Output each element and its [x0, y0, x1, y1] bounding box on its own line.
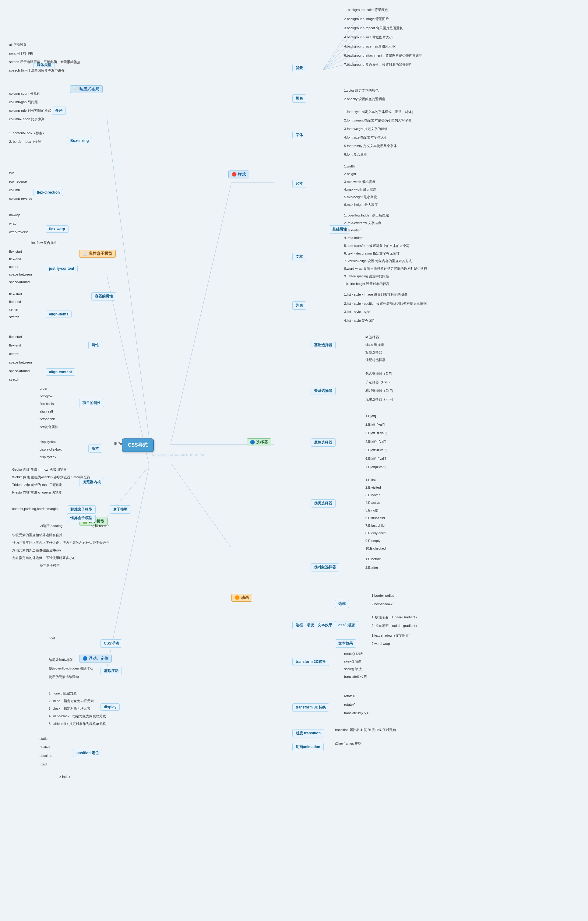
mc-2: column-gap 列间距: [9, 100, 38, 104]
background-label: 背景: [296, 66, 303, 70]
versions-node: 版本: [88, 444, 102, 453]
clear-3: 使用伪元素清除浮动: [49, 675, 79, 679]
disp-1: 1. none：隐藏对象: [49, 691, 77, 696]
text-item-4: 4. text-indent: [344, 236, 363, 239]
relation-selector-node: 关系选择器: [311, 387, 336, 395]
ai-1: flex-start: [9, 292, 22, 296]
svg-line-5: [171, 463, 231, 548]
text-item-3: 3. text-align: [344, 228, 362, 232]
item-props-node: 项目的属性: [79, 399, 104, 407]
flex-warp-label: flex-warp: [49, 227, 65, 231]
pseudo-1: 1.E:link: [365, 478, 376, 482]
svg-line-7: [107, 116, 149, 438]
background-node: 背景: [292, 64, 306, 72]
transition-desc: transition 属性名 时间 速度曲线 何时开始: [335, 728, 396, 732]
t3d-3: translate3d(x,y,z): [344, 711, 370, 715]
border-label2: 边框: [338, 602, 345, 606]
float-branch: 🔵 浮动、定位: [79, 654, 112, 662]
mc-1: column-count 分几列: [9, 91, 40, 96]
pos-4: fixed: [39, 762, 47, 766]
size-item-2: 2.height: [344, 172, 356, 176]
bg-item-3: 3.background-repeat 背景图片是否重复: [344, 26, 403, 31]
property-node: 属性: [88, 341, 102, 349]
disp-2: 2. inline：指定对象为内联元素: [49, 699, 94, 703]
rel-sel-label: 关系选择器: [314, 389, 332, 393]
transition-label: 过度 transition: [296, 731, 321, 735]
flex-warp-node: flex-warp: [46, 225, 68, 233]
basic-selector-node: 基础选择器: [311, 341, 336, 349]
pseudo-sel-label: 伪类选择器: [314, 501, 332, 505]
mc-3: column-rule 列分割线的样式: [9, 108, 51, 113]
browser-2: Webkit 内核 前缀为-webkit- 谷歌浏览器 Safari浏览器: [12, 475, 90, 480]
css3-gradient-node: css3 渐变: [335, 621, 358, 629]
anim-desc: @keyframes 规则: [335, 741, 362, 746]
basic-sel-4: 通配符选择器: [365, 358, 386, 362]
attr-sel-4: 4.E[att^="val"]: [365, 439, 386, 443]
ip-6: flex复合属性: [39, 425, 58, 429]
text-node: 文本: [292, 253, 306, 261]
attr-sel-1: 1.E[att]: [365, 414, 376, 418]
flex-dir-4: column-reverse: [9, 197, 32, 200]
margin-merge-1: 块级元素的垂直相邻外边距会合并: [12, 533, 62, 537]
t2d-2: skew() 倾斜: [344, 659, 362, 664]
margin-merge-4: 允许指定负的外边值，不过使用时要多小心: [12, 556, 76, 560]
ai-3: center: [9, 308, 19, 311]
pseudo-selector-node: 伪类选择器: [311, 499, 336, 508]
border-shadow-label: 边框、渐变、文本效果: [296, 623, 332, 627]
ac-2: flex-end: [9, 343, 21, 347]
rel-sel-2: 子选择器（E>F）: [365, 380, 392, 384]
bg-item-6: 6.background-attachment：背景图片是否随内容滚动: [344, 53, 422, 58]
t3d-2: rotateY: [344, 703, 355, 706]
browsers-label: 浏览器内核: [83, 480, 101, 484]
transform3d-node: transform 3D转换: [292, 703, 329, 711]
te-2: 2.word-wrap: [371, 642, 390, 646]
flex-dir-label: flex-direction: [37, 190, 60, 195]
ip-4: align-self: [39, 410, 53, 413]
list-item-3: 3.list-· style-· type: [344, 310, 370, 314]
flex-direction-node: flex-direction: [34, 189, 63, 196]
pseudo-10: 10.E:checked: [365, 547, 386, 550]
property-label: 属性: [92, 343, 99, 347]
bs-2: 2. border-· box（怪异）: [9, 140, 44, 144]
transform2d-node: transform 2D转换: [292, 657, 329, 666]
version-2: display:flexbox: [39, 447, 62, 451]
animation-branch: 🟠 动画: [231, 594, 252, 602]
weird-box-group: 怪异盒子模型: [67, 514, 96, 522]
svg-line-3: [107, 274, 149, 466]
attr-sel-2: 2.E[att="val"]: [365, 423, 384, 426]
container-props-node: 容器的属性: [91, 292, 116, 301]
responsive-branch: ⬜ 响应式布局: [70, 85, 103, 93]
mc-4: column-· span 跨多少列: [9, 117, 44, 122]
font-item-6: 6.font 复合属性: [344, 152, 367, 157]
flex-warp-3: wrap-reverse: [9, 230, 29, 234]
flex-dir-3: column: [9, 188, 20, 192]
pseudo-2: 2.E:visited: [365, 486, 381, 489]
ac-6: stretch: [9, 378, 19, 381]
align-items-label: align-items: [49, 312, 68, 316]
bg-item-7: 7.background 复合属性、设置对象的背景特性: [344, 62, 412, 67]
font-item-5: 5.font-family 定义文本使用某个字体: [344, 144, 397, 148]
grad-1: 1. 线性渐变（Linear-Gradient）: [371, 615, 419, 620]
z-index-label: z-index: [59, 775, 70, 778]
rel-sel-3: 相邻选择器（E+F）: [365, 389, 395, 393]
position-label: position 定位: [77, 751, 99, 755]
media-print: print 用于打印机: [9, 51, 33, 56]
disp-3: 3. block：指定对象为块元素: [49, 706, 90, 711]
basic-sel-label: 基础选择器: [314, 343, 332, 347]
disp-4: 4. inline-block：指定对象为内联块元素: [49, 714, 106, 719]
size-item-1: 1.width: [344, 164, 355, 168]
size-label: 尺寸: [296, 181, 303, 186]
color-item-2: 2.opacity 设置颜色的透明度: [344, 97, 385, 101]
svg-line-0: [171, 183, 231, 444]
t2d-3: scale() 缩放: [344, 667, 362, 671]
pseudo-elem-label: 伪对象选择器: [314, 565, 336, 570]
attr-sel-6: 6.E[att*="val"]: [365, 457, 386, 460]
jc-4: space-between: [9, 272, 32, 276]
inner-padding: 内边距 padding: [39, 524, 62, 528]
border-s: 2.box-shadow: [371, 602, 393, 606]
ac-5: space-around: [9, 369, 29, 373]
display-node: display: [101, 703, 120, 711]
center-label: CSS样式: [128, 443, 148, 447]
font-label: 字体: [296, 133, 303, 137]
browser-4: Presto 内核 前缀-o- opera 浏览器: [12, 490, 62, 495]
